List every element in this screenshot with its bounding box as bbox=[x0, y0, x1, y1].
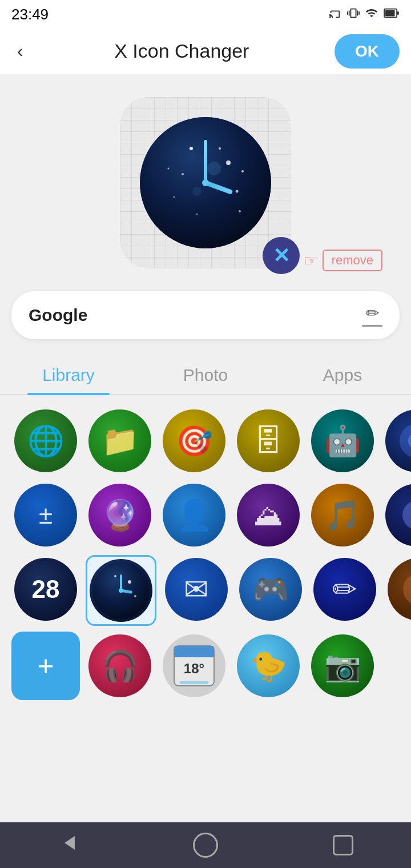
svg-point-6 bbox=[236, 190, 239, 193]
icon-cell-21[interactable]: 18° bbox=[160, 632, 228, 700]
icon-cell-4[interactable]: 🗄 bbox=[234, 407, 303, 475]
page-title: X Icon Changer bbox=[114, 40, 249, 62]
battery-icon bbox=[384, 7, 400, 22]
nav-recents-button[interactable] bbox=[316, 829, 370, 861]
icon-cell-12[interactable] bbox=[382, 481, 411, 549]
status-bar: 23:49 bbox=[0, 0, 411, 29]
tab-library[interactable]: Library bbox=[0, 356, 137, 394]
edit-underline bbox=[362, 325, 382, 327]
icon-preview-area: ✕ ☞ remove bbox=[0, 74, 411, 286]
main-content: ✕ ☞ remove Google ✏ Library Photo bbox=[0, 74, 411, 769]
icon-cell-7[interactable]: ± bbox=[11, 481, 80, 549]
icon-inner-12 bbox=[385, 484, 411, 546]
remove-label[interactable]: ☞ remove bbox=[304, 250, 382, 271]
icon-cell-2[interactable]: 📁 bbox=[86, 407, 154, 475]
back-button[interactable]: ‹ bbox=[11, 35, 29, 67]
svg-point-23 bbox=[128, 580, 131, 584]
svg-point-28 bbox=[119, 588, 123, 593]
icon-inner-5: 🤖 bbox=[311, 409, 374, 472]
svg-point-25 bbox=[134, 595, 136, 597]
svg-rect-16 bbox=[204, 140, 207, 183]
icon-inner-6 bbox=[385, 409, 411, 472]
svg-point-7 bbox=[182, 173, 184, 175]
svg-rect-1 bbox=[385, 10, 395, 16]
icon-inner-1: 🌐 bbox=[14, 409, 77, 472]
svg-point-9 bbox=[174, 196, 175, 198]
icon-cell-10[interactable]: ⛰ bbox=[234, 481, 303, 549]
icon-row-3: 28 bbox=[6, 555, 405, 626]
icon-inner-18 bbox=[388, 558, 411, 621]
tabs-row: Library Photo Apps bbox=[0, 356, 411, 395]
icon-cell-17[interactable]: ✏ bbox=[311, 555, 379, 624]
svg-point-14 bbox=[207, 162, 221, 175]
icon-cell-18[interactable] bbox=[385, 555, 411, 624]
icon-preview-background: ✕ bbox=[120, 97, 291, 268]
svg-point-11 bbox=[196, 214, 198, 215]
wifi-icon bbox=[365, 7, 378, 22]
svg-point-29 bbox=[403, 573, 411, 605]
svg-point-8 bbox=[219, 147, 221, 150]
svg-point-24 bbox=[114, 575, 116, 577]
nav-back-button[interactable] bbox=[41, 827, 95, 863]
icon-inner-17: ✏ bbox=[313, 558, 376, 621]
svg-rect-31 bbox=[174, 646, 214, 657]
svg-point-13 bbox=[241, 170, 244, 172]
cast-icon bbox=[329, 7, 341, 22]
icon-inner-11: 🎵 bbox=[311, 484, 374, 546]
preview-icon-image bbox=[140, 117, 271, 248]
icon-inner-4: 🗄 bbox=[237, 409, 300, 472]
svg-marker-34 bbox=[65, 836, 75, 850]
icon-cell-14-selected[interactable] bbox=[86, 555, 156, 626]
ok-button[interactable]: OK bbox=[335, 34, 400, 69]
status-time: 23:49 bbox=[11, 6, 49, 23]
bottom-navigation bbox=[0, 822, 411, 868]
nav-recents-square bbox=[333, 835, 353, 855]
svg-point-18 bbox=[202, 179, 209, 186]
icon-cell-23[interactable]: 📷 bbox=[308, 632, 377, 700]
svg-rect-2 bbox=[397, 11, 399, 15]
svg-point-15 bbox=[192, 187, 202, 196]
icon-cell-11[interactable]: 🎵 bbox=[308, 481, 377, 549]
icon-inner-2: 📁 bbox=[88, 409, 151, 472]
svg-point-5 bbox=[226, 160, 231, 165]
icon-inner-8: 🔮 bbox=[88, 484, 151, 546]
icon-inner-21: 18° bbox=[163, 634, 225, 697]
tab-apps[interactable]: Apps bbox=[274, 356, 411, 394]
icon-inner-3: 🎯 bbox=[163, 409, 225, 472]
pencil-icon: ✏ bbox=[366, 304, 379, 323]
icon-inner-20: 🎧 bbox=[88, 634, 151, 697]
icon-inner-14 bbox=[90, 559, 152, 622]
icon-inner-13: 28 bbox=[14, 558, 77, 621]
svg-rect-33 bbox=[180, 681, 208, 684]
add-plus-icon: + bbox=[37, 652, 54, 680]
icon-cell-13[interactable]: 28 bbox=[11, 555, 80, 624]
icon-cell-8[interactable]: 🔮 bbox=[86, 481, 154, 549]
icon-inner-15: ✉ bbox=[165, 558, 228, 621]
svg-point-4 bbox=[190, 147, 193, 150]
icon-inner-7: ± bbox=[14, 484, 77, 546]
icon-inner-10: ⛰ bbox=[237, 484, 300, 546]
icon-cell-9[interactable]: 👤 bbox=[160, 481, 228, 549]
tabs-area: Library Photo Apps bbox=[0, 345, 411, 395]
nav-home-circle bbox=[193, 833, 218, 858]
icon-cell-5[interactable]: 🤖 bbox=[308, 407, 377, 475]
nav-home-button[interactable] bbox=[176, 827, 235, 863]
status-icons bbox=[329, 7, 400, 22]
icon-cell-20[interactable]: 🎧 bbox=[86, 632, 154, 700]
app-name-input[interactable]: Google ✏ bbox=[11, 291, 400, 339]
icon-inner-23: 📷 bbox=[311, 634, 374, 697]
icon-row-2: ± 🔮 👤 ⛰ 🎵 bbox=[6, 481, 405, 549]
edit-name-button[interactable]: ✏ bbox=[362, 304, 382, 327]
icon-cell-6[interactable] bbox=[382, 407, 411, 475]
tab-photo[interactable]: Photo bbox=[137, 356, 274, 394]
icon-cell-15[interactable]: ✉ bbox=[162, 555, 231, 624]
icon-cell-1[interactable]: 🌐 bbox=[11, 407, 80, 475]
svg-point-10 bbox=[239, 210, 241, 212]
icon-cell-22[interactable]: 🐤 bbox=[234, 632, 303, 700]
icon-inner-22: 🐤 bbox=[237, 634, 300, 697]
icon-grid: 🌐 📁 🎯 🗄 🤖 bbox=[0, 395, 411, 717]
add-icon-button[interactable]: + bbox=[11, 632, 80, 700]
icon-cell-16[interactable]: 🎮 bbox=[236, 555, 305, 624]
icon-cell-3[interactable]: 🎯 bbox=[160, 407, 228, 475]
remove-badge[interactable]: ✕ bbox=[263, 237, 300, 274]
